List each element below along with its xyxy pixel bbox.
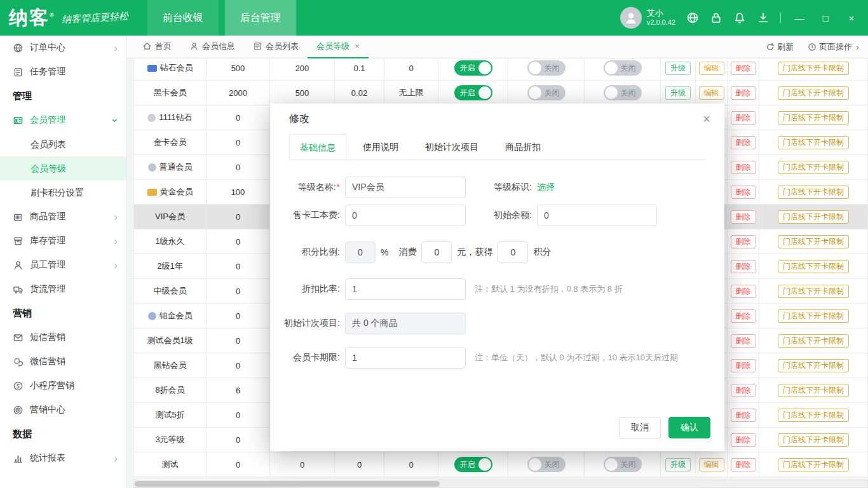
limit-button[interactable]: 门店线下开卡限制 xyxy=(778,111,849,125)
sidebar-item-task-management[interactable]: 任务管理 xyxy=(0,60,126,84)
toggle-label: 关闭 xyxy=(545,63,560,74)
delete-button[interactable]: 删除 xyxy=(731,111,756,125)
limit-button[interactable]: 门店线下开卡限制 xyxy=(778,458,849,471)
maximize-button[interactable]: □ xyxy=(818,13,833,24)
horizontal-scrollbar[interactable] xyxy=(133,480,868,488)
sidebar-item-sms-marketing[interactable]: 短信营销 xyxy=(0,325,126,349)
bell-icon[interactable] xyxy=(733,11,746,24)
level-badge-select-link[interactable]: 选择 xyxy=(537,182,555,193)
status-toggle-off[interactable]: 关闭 xyxy=(604,457,642,472)
limit-button[interactable]: 门店线下开卡限制 xyxy=(778,285,849,298)
sidebar-item-logistics-management[interactable]: 货流管理 xyxy=(0,277,126,301)
delete-button[interactable]: 删除 xyxy=(731,161,756,174)
nav-tab-backend-admin[interactable]: 后台管理 xyxy=(225,0,296,36)
upgrade-button[interactable]: 升级 xyxy=(665,458,691,471)
limit-button[interactable]: 门店线下开卡限制 xyxy=(778,334,849,348)
close-button[interactable]: × xyxy=(844,13,859,24)
tab-initial-count-items[interactable]: 初始计次项目 xyxy=(415,134,489,159)
sidebar-subitem-member-level[interactable]: 会员等级 xyxy=(0,156,126,180)
earn-points-input[interactable] xyxy=(498,241,528,263)
minimize-button[interactable]: — xyxy=(792,13,807,24)
avatar[interactable] xyxy=(620,7,642,29)
delete-button[interactable]: 删除 xyxy=(731,136,756,149)
limit-button[interactable]: 门店线下开卡限制 xyxy=(778,62,849,75)
sidebar-item-order-center[interactable]: 订单中心› xyxy=(0,36,126,60)
download-icon[interactable] xyxy=(757,11,770,24)
delete-button[interactable]: 删除 xyxy=(731,186,756,199)
confirm-button[interactable]: 确认 xyxy=(668,417,710,438)
status-toggle-on[interactable]: 开启 xyxy=(454,85,492,100)
scrollbar-thumb[interactable] xyxy=(135,481,440,487)
sidebar-item-product-management[interactable]: 商品管理› xyxy=(0,205,126,229)
limit-button[interactable]: 门店线下开卡限制 xyxy=(778,359,849,372)
limit-button[interactable]: 门店线下开卡限制 xyxy=(778,409,849,422)
status-toggle-on[interactable]: 开启 xyxy=(454,457,492,472)
sidebar-subitem-card-points-setting[interactable]: 刷卡积分设置 xyxy=(0,180,126,205)
status-toggle-off[interactable]: 关闭 xyxy=(527,60,566,76)
sidebar-subitem-member-list[interactable]: 会员列表 xyxy=(0,132,126,156)
upgrade-button[interactable]: 升级 xyxy=(665,62,691,75)
limit-button[interactable]: 门店线下开卡限制 xyxy=(778,161,849,174)
sidebar-section-header: 营销 xyxy=(0,301,126,325)
status-toggle-off[interactable]: 关闭 xyxy=(604,85,642,100)
edit-button[interactable]: 编辑 xyxy=(699,62,724,75)
network-icon[interactable] xyxy=(686,11,699,24)
cancel-button[interactable]: 取消 xyxy=(619,417,661,438)
delete-button[interactable]: 删除 xyxy=(731,260,756,273)
sidebar-item-miniprogram-marketing[interactable]: 小程序营销 xyxy=(0,374,126,398)
card-term-input[interactable] xyxy=(345,347,466,369)
refresh-button[interactable]: 刷新 xyxy=(766,41,794,53)
delete-button[interactable]: 删除 xyxy=(731,359,756,372)
limit-button[interactable]: 门店线下开卡限制 xyxy=(778,136,849,149)
close-tab-icon[interactable]: × xyxy=(355,41,360,51)
lock-icon[interactable] xyxy=(710,11,722,24)
level-name-input[interactable] xyxy=(345,177,466,198)
status-toggle-on[interactable]: 开启 xyxy=(454,60,492,76)
modal-close-icon[interactable]: × xyxy=(703,112,710,125)
tab-member-level[interactable]: 会员等级× xyxy=(308,36,369,58)
delete-button[interactable]: 删除 xyxy=(731,62,756,75)
page-ops-button[interactable]: 页面操作 › xyxy=(808,41,859,53)
card-fee-input[interactable] xyxy=(345,205,466,226)
limit-button[interactable]: 门店线下开卡限制 xyxy=(778,210,849,224)
delete-button[interactable]: 删除 xyxy=(731,309,756,323)
delete-button[interactable]: 删除 xyxy=(731,285,756,298)
delete-button[interactable]: 删除 xyxy=(731,458,756,471)
tab-product-discount[interactable]: 商品折扣 xyxy=(495,134,551,159)
tab-usage-notes[interactable]: 使用说明 xyxy=(353,134,409,159)
status-toggle-off[interactable]: 关闭 xyxy=(527,85,566,100)
discount-ratio-input[interactable] xyxy=(345,278,466,300)
initial-balance-input[interactable] xyxy=(537,205,657,226)
status-toggle-off[interactable]: 关闭 xyxy=(604,60,642,76)
tab-home[interactable]: 首页 xyxy=(133,36,180,58)
sidebar-item-statistics-report[interactable]: 统计报表› xyxy=(0,446,126,470)
upgrade-button[interactable]: 升级 xyxy=(665,86,691,100)
tab-member-info[interactable]: 会员信息 xyxy=(180,36,244,58)
delete-button[interactable]: 删除 xyxy=(731,433,756,447)
delete-button[interactable]: 删除 xyxy=(731,409,756,422)
status-toggle-off[interactable]: 关闭 xyxy=(527,457,566,472)
spend-amount-input[interactable] xyxy=(421,241,452,263)
limit-button[interactable]: 门店线下开卡限制 xyxy=(778,260,849,273)
edit-button[interactable]: 编辑 xyxy=(699,86,724,100)
limit-button[interactable]: 门店线下开卡限制 xyxy=(778,384,849,397)
sidebar-item-staff-management[interactable]: 员工管理› xyxy=(0,253,126,277)
tab-member-list[interactable]: 会员列表 xyxy=(244,36,308,58)
limit-button[interactable]: 门店线下开卡限制 xyxy=(778,86,849,100)
limit-button[interactable]: 门店线下开卡限制 xyxy=(778,309,849,323)
delete-button[interactable]: 删除 xyxy=(731,235,756,248)
sidebar-item-member-management[interactable]: 会员管理› xyxy=(0,108,126,132)
sidebar-item-inventory-management[interactable]: 库存管理› xyxy=(0,229,126,253)
delete-button[interactable]: 删除 xyxy=(731,334,756,348)
delete-button[interactable]: 删除 xyxy=(731,86,756,100)
nav-tab-front-cashier[interactable]: 前台收银 xyxy=(147,0,219,36)
sidebar-item-wechat-marketing[interactable]: 微信营销 xyxy=(0,349,126,374)
delete-button[interactable]: 删除 xyxy=(731,384,756,397)
limit-button[interactable]: 门店线下开卡限制 xyxy=(778,186,849,199)
sidebar-item-marketing-center[interactable]: 营销中心 xyxy=(0,398,126,422)
edit-button[interactable]: 编辑 xyxy=(699,458,724,471)
tab-basic-info[interactable]: 基础信息 xyxy=(289,134,346,159)
delete-button[interactable]: 删除 xyxy=(731,210,756,224)
limit-button[interactable]: 门店线下开卡限制 xyxy=(778,235,849,248)
limit-button[interactable]: 门店线下开卡限制 xyxy=(778,433,849,447)
